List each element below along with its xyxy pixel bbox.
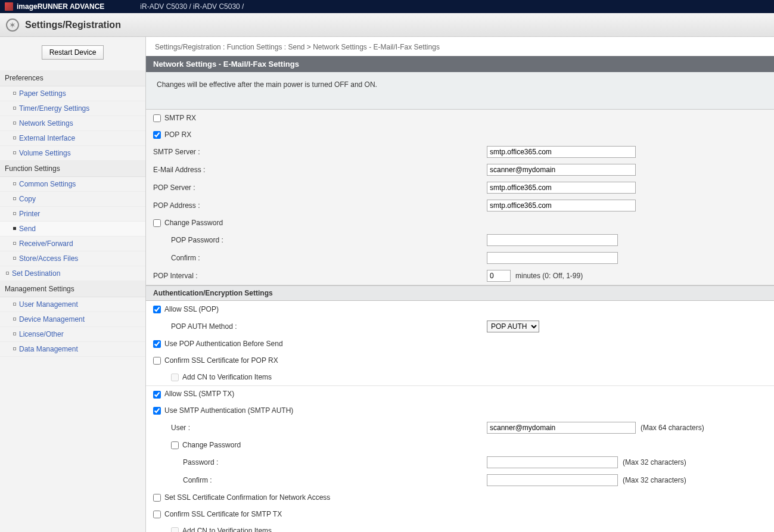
allow-ssl-smtp-tx-checkbox[interactable]: [153, 391, 161, 399]
top-bar: imageRUNNER ADVANCE iR-ADV C5030 / iR-AD…: [0, 0, 774, 13]
change-password-checkbox[interactable]: [153, 219, 161, 227]
pop-interval-label: POP Interval :: [153, 272, 487, 280]
sidebar-item-send[interactable]: Send: [0, 222, 145, 237]
pop-interval-input[interactable]: [487, 270, 511, 282]
confirm-ssl-pop-rx-label: Confirm SSL Certificate for POP RX: [164, 356, 278, 365]
smtp-rx-checkbox[interactable]: [153, 114, 161, 122]
smtp-user-input[interactable]: [487, 422, 636, 434]
sidebar-item-receive-forward[interactable]: Receive/Forward: [0, 237, 145, 251]
add-cn-smtp-label: Add CN to Verification Items: [182, 527, 272, 532]
pop-password-label: POP Password :: [153, 236, 487, 244]
sidebar-item-store-access-files[interactable]: Store/Access Files: [0, 251, 145, 266]
smtp-password-label: Password :: [153, 458, 487, 466]
smtp-confirm-label: Confirm :: [153, 476, 487, 484]
smtp-user-label: User :: [153, 424, 487, 432]
smtp-password-hint: (Max 32 characters): [623, 458, 686, 466]
email-address-label: E-Mail Address :: [153, 166, 487, 174]
smtp-confirm-hint: (Max 32 characters): [623, 476, 686, 484]
pop-auth-method-label: POP AUTH Method :: [153, 322, 487, 331]
sidebar-item-network-settings[interactable]: Network Settings: [0, 116, 145, 131]
sidebar-section-function: Function Settings: [0, 161, 145, 177]
content: Settings/Registration : Function Setting…: [146, 37, 774, 532]
use-smtp-auth-label: Use SMTP Authentication (SMTP AUTH): [164, 406, 293, 415]
confirm-ssl-smtp-tx-label: Confirm SSL Certificate for SMTP TX: [164, 510, 282, 518]
pop-password-input[interactable]: [487, 234, 618, 246]
change-password-label: Change Password: [164, 219, 223, 227]
panel-title: Network Settings - E-Mail/I-Fax Settings: [146, 56, 774, 72]
notice-message: Changes will be effective after the main…: [146, 72, 774, 110]
gear-icon: ✶: [6, 18, 19, 32]
sidebar-item-set-destination[interactable]: Set Destination: [0, 266, 145, 281]
sidebar-section-preferences: Preferences: [0, 70, 145, 86]
sidebar-item-volume-settings[interactable]: Volume Settings: [0, 146, 145, 161]
pop-interval-hint: minutes (0: Off, 1-99): [515, 272, 583, 280]
pop-server-label: POP Server :: [153, 183, 487, 192]
brand-text: imageRUNNER ADVANCE: [17, 2, 104, 11]
pop-address-input[interactable]: [487, 200, 636, 211]
restart-device-button[interactable]: Restart Device: [42, 45, 104, 60]
set-ssl-cert-network-label: Set SSL Certificate Confirmation for Net…: [164, 493, 330, 502]
sidebar: Restart Device Preferences Paper Setting…: [0, 37, 146, 532]
change-password-smtp-checkbox[interactable]: [171, 441, 179, 449]
pop-auth-method-select[interactable]: POP AUTH: [487, 321, 539, 332]
smtp-confirm-input[interactable]: [487, 474, 618, 486]
pop-rx-label: POP RX: [164, 130, 191, 139]
sidebar-item-user-management[interactable]: User Management: [0, 297, 145, 312]
brand: imageRUNNER ADVANCE: [5, 2, 104, 11]
sidebar-item-paper-settings[interactable]: Paper Settings: [0, 86, 145, 101]
auth-section-title: Authentication/Encryption Settings: [146, 285, 774, 301]
page-title: Settings/Registration: [25, 20, 121, 30]
sub-bar: ✶ Settings/Registration: [0, 13, 774, 37]
cube-icon: [5, 2, 13, 11]
smtp-password-input[interactable]: [487, 456, 618, 468]
add-cn-pop-label: Add CN to Verification Items: [182, 373, 272, 381]
sidebar-item-data-management[interactable]: Data Management: [0, 342, 145, 357]
add-cn-smtp-checkbox[interactable]: [171, 527, 179, 532]
sidebar-item-copy[interactable]: Copy: [0, 192, 145, 207]
email-address-input[interactable]: [487, 164, 636, 176]
confirm-password-label: Confirm :: [153, 254, 487, 262]
pop-server-input[interactable]: [487, 182, 636, 194]
sidebar-item-license-other[interactable]: License/Other: [0, 327, 145, 342]
model-text: iR-ADV C5030 / iR-ADV C5030 /: [140, 2, 244, 11]
pop-address-label: POP Address :: [153, 201, 487, 210]
sidebar-item-timer-energy[interactable]: Timer/Energy Settings: [0, 101, 145, 116]
confirm-password-input[interactable]: [487, 252, 618, 264]
sidebar-item-device-management[interactable]: Device Management: [0, 312, 145, 327]
allow-ssl-pop-label: Allow SSL (POP): [164, 305, 219, 313]
pop-rx-checkbox[interactable]: [153, 131, 161, 139]
sidebar-section-management: Management Settings: [0, 281, 145, 297]
use-pop-before-send-label: Use POP Authentication Before Send: [164, 340, 283, 348]
set-ssl-cert-network-checkbox[interactable]: [153, 494, 161, 502]
smtp-rx-label: SMTP RX: [164, 114, 196, 122]
sidebar-item-external-interface[interactable]: External Interface: [0, 131, 145, 146]
allow-ssl-pop-checkbox[interactable]: [153, 306, 161, 313]
sidebar-item-printer[interactable]: Printer: [0, 207, 145, 222]
sidebar-item-common-settings[interactable]: Common Settings: [0, 177, 145, 192]
smtp-user-hint: (Max 64 characters): [641, 424, 704, 432]
use-pop-before-send-checkbox[interactable]: [153, 340, 161, 348]
breadcrumb: Settings/Registration : Function Setting…: [146, 37, 774, 56]
allow-ssl-smtp-tx-label: Allow SSL (SMTP TX): [164, 390, 234, 398]
smtp-server-input[interactable]: [487, 146, 636, 158]
smtp-server-label: SMTP Server :: [153, 148, 487, 156]
add-cn-pop-checkbox[interactable]: [171, 374, 179, 381]
change-password-smtp-label: Change Password: [182, 441, 241, 449]
use-smtp-auth-checkbox[interactable]: [153, 407, 161, 415]
confirm-ssl-smtp-tx-checkbox[interactable]: [153, 511, 161, 518]
confirm-ssl-pop-rx-checkbox[interactable]: [153, 357, 161, 365]
